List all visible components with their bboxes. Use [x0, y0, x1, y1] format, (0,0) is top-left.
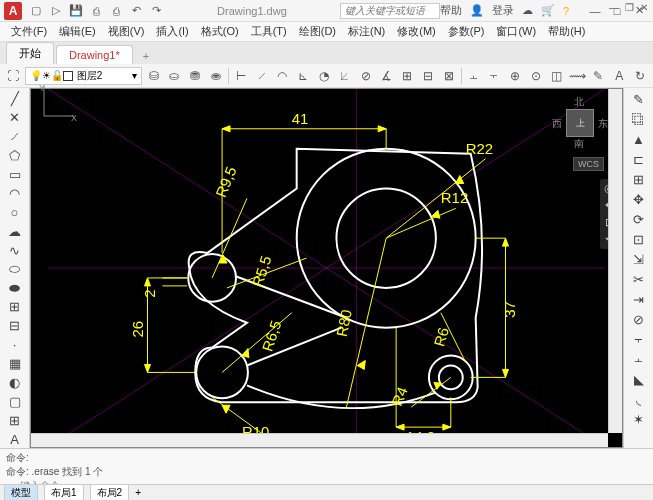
document-title: Drawing1.dwg: [164, 5, 340, 17]
insert-block-tool[interactable]: ⊞: [3, 298, 27, 315]
menu-view[interactable]: 视图(V): [103, 22, 150, 41]
saveas-icon[interactable]: ⎙: [88, 3, 104, 19]
tab-layout2[interactable]: 布局2: [90, 484, 130, 501]
erase-tool[interactable]: ✎: [627, 90, 651, 108]
menu-insert[interactable]: 插入(I): [151, 22, 193, 41]
menu-help[interactable]: 帮助(H): [543, 22, 590, 41]
draw-toolbar: ╱ ✕ ⟋ ⬠ ▭ ◠ ○ ☁ ∿ ⬭ ⬬ ⊞ ⊟ · ▦ ◐ ▢ ⊞ A: [0, 88, 30, 448]
ellipse-tool[interactable]: ⬭: [3, 261, 27, 278]
document-tabs: 开始 Drawing1* +: [0, 42, 653, 64]
command-window[interactable]: 命令: 命令: .erase 找到 1 个 ▸ - 键入命令: [0, 448, 653, 484]
layout-add[interactable]: +: [135, 487, 141, 498]
menu-file[interactable]: 文件(F): [6, 22, 52, 41]
menu-bar: 文件(F) 编辑(E) 视图(V) 插入(I) 格式(O) 工具(T) 绘图(D…: [0, 22, 653, 42]
minimize-button[interactable]: —: [585, 3, 605, 19]
help-icon[interactable]: ?: [563, 5, 569, 17]
open-icon[interactable]: ▷: [48, 3, 64, 19]
join-tool[interactable]: ⫠: [627, 350, 651, 368]
region-tool[interactable]: ▢: [3, 393, 27, 410]
make-block-tool[interactable]: ⊟: [3, 317, 27, 334]
xline-tool[interactable]: ✕: [3, 109, 27, 126]
app-logo[interactable]: A: [4, 2, 22, 20]
command-history-1: 命令:: [6, 451, 647, 465]
explode-tool[interactable]: ✶: [627, 410, 651, 428]
circle-tool[interactable]: ○: [3, 204, 27, 221]
break-tool[interactable]: ⫟: [627, 330, 651, 348]
ellipse-arc-tool[interactable]: ⬬: [3, 280, 27, 297]
menu-parametric[interactable]: 参数(P): [443, 22, 490, 41]
spline-tool[interactable]: ∿: [3, 242, 27, 259]
polygon-tool[interactable]: ⬠: [3, 147, 27, 164]
tab-drawing1[interactable]: Drawing1*: [56, 45, 133, 64]
tab-add[interactable]: +: [135, 48, 157, 64]
menu-edit[interactable]: 编辑(E): [54, 22, 101, 41]
scale-tool[interactable]: ⊡: [627, 230, 651, 248]
exchange-icon[interactable]: ☁: [522, 4, 533, 17]
command-history-2: 命令: .erase 找到 1 个: [6, 465, 647, 479]
offset-tool[interactable]: ⊏: [627, 150, 651, 168]
copy-tool[interactable]: ⿻: [627, 110, 651, 128]
doc-restore[interactable]: ❐: [622, 0, 636, 14]
dim-update-icon[interactable]: ↻: [631, 66, 649, 86]
help-link[interactable]: 帮助: [440, 3, 462, 18]
extend-tool[interactable]: ⇥: [627, 290, 651, 308]
menu-format[interactable]: 格式(O): [196, 22, 244, 41]
tab-start[interactable]: 开始: [6, 42, 54, 64]
menu-modify[interactable]: 修改(M): [392, 22, 441, 41]
menu-dimension[interactable]: 标注(N): [343, 22, 390, 41]
line-tool[interactable]: ╱: [3, 90, 27, 107]
rotate-tool[interactable]: ⟳: [627, 210, 651, 228]
doc-minimize[interactable]: —: [607, 0, 621, 14]
arc-tool[interactable]: ◠: [3, 185, 27, 202]
menu-draw[interactable]: 绘图(D): [294, 22, 341, 41]
undo-icon[interactable]: ↶: [128, 3, 144, 19]
point-tool[interactable]: ·: [3, 336, 27, 353]
revcloud-tool[interactable]: ☁: [3, 223, 27, 240]
polyline-tool[interactable]: ⟋: [3, 128, 27, 145]
doc-close[interactable]: ✕: [637, 0, 651, 14]
ucs-icon: X Y: [39, 81, 630, 439]
trim-tool[interactable]: ✂: [627, 270, 651, 288]
mtext-tool[interactable]: A: [3, 431, 27, 448]
drawing-canvas[interactable]: 41 R22 R12 R9,5 2 R5,5: [30, 88, 623, 448]
svg-text:X: X: [71, 113, 77, 123]
hatch-tool[interactable]: ▦: [3, 355, 27, 372]
svg-text:Y: Y: [39, 83, 45, 93]
tab-model[interactable]: 模型: [4, 484, 38, 501]
mirror-tool[interactable]: ▲: [627, 130, 651, 148]
tab-layout1[interactable]: 布局1: [44, 484, 84, 501]
search-input[interactable]: [340, 3, 440, 19]
menu-tools[interactable]: 工具(T): [246, 22, 292, 41]
layer-props-icon[interactable]: ⛶: [4, 66, 22, 86]
stretch-tool[interactable]: ⇲: [627, 250, 651, 268]
vertical-scrollbar[interactable]: [608, 89, 622, 433]
login-link[interactable]: 登录: [492, 3, 514, 18]
rectangle-tool[interactable]: ▭: [3, 166, 27, 183]
new-icon[interactable]: ▢: [28, 3, 44, 19]
fillet-tool[interactable]: ◟: [627, 390, 651, 408]
title-bar: A ▢ ▷ 💾 ⎙ ⎙ ↶ ↷ Drawing1.dwg 帮助 👤 登录 ☁ 🛒…: [0, 0, 653, 22]
redo-icon[interactable]: ↷: [148, 3, 164, 19]
print-icon[interactable]: ⎙: [108, 3, 124, 19]
break-point-tool[interactable]: ⊘: [627, 310, 651, 328]
main-workspace: ╱ ✕ ⟋ ⬠ ▭ ◠ ○ ☁ ∿ ⬭ ⬬ ⊞ ⊟ · ▦ ◐ ▢ ⊞ A: [0, 88, 653, 448]
quick-access-toolbar: ▢ ▷ 💾 ⎙ ⎙ ↶ ↷: [28, 3, 164, 19]
save-icon[interactable]: 💾: [68, 3, 84, 19]
table-tool[interactable]: ⊞: [3, 412, 27, 429]
cart-icon[interactable]: 🛒: [541, 4, 555, 17]
array-tool[interactable]: ⊞: [627, 170, 651, 188]
status-bar: 模型 布局1 布局2 +: [0, 484, 653, 500]
user-icon[interactable]: 👤: [470, 4, 484, 17]
horizontal-scrollbar[interactable]: [31, 433, 608, 447]
chamfer-tool[interactable]: ◣: [627, 370, 651, 388]
move-tool[interactable]: ✥: [627, 190, 651, 208]
gradient-tool[interactable]: ◐: [3, 374, 27, 391]
menu-window[interactable]: 窗口(W): [491, 22, 541, 41]
